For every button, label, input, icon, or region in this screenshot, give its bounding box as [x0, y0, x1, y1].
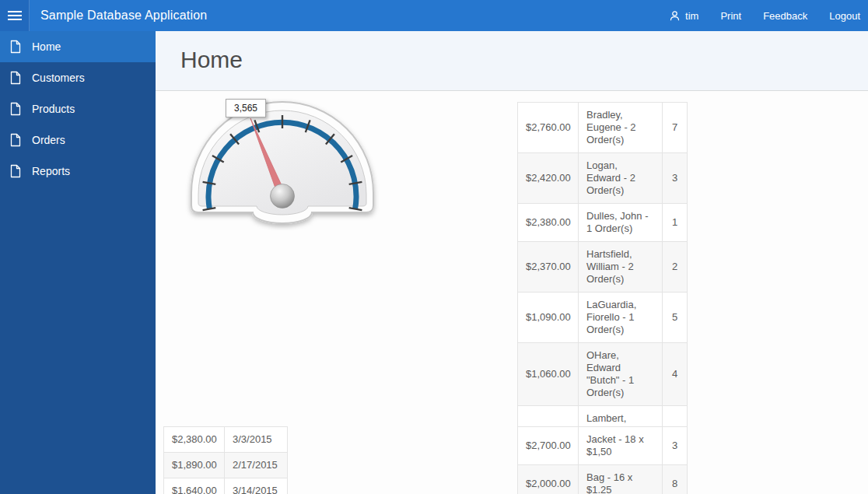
product-link[interactable]: Jacket - 18 x $1,50: [579, 427, 663, 465]
table-row: $2,700.00 Jacket - 18 x $1,50 3: [518, 427, 688, 465]
sidebar-item-label: Reports: [32, 165, 70, 177]
recent-orders-table: $2,380.00 3/3/2015 $1,890.00 2/17/2015 $…: [163, 426, 288, 494]
amount-cell: $2,760.00: [518, 103, 579, 153]
table-row: $2,380.00 3/3/2015: [164, 427, 288, 453]
count-cell: 3: [663, 427, 688, 465]
feedback-link[interactable]: Feedback: [763, 10, 807, 22]
table-row: $1,640.00 3/14/2015: [164, 478, 288, 494]
sidebar-item-reports[interactable]: Reports: [0, 156, 156, 187]
hamburger-icon: [8, 15, 22, 16]
gauge-knob: [271, 184, 295, 208]
gauge-value-label: 3,565: [226, 99, 266, 117]
amount-cell: $2,380.00: [518, 204, 579, 242]
date-cell: 3/3/2015: [225, 427, 288, 453]
count-cell: 2: [663, 242, 688, 293]
page-header-band: Home: [156, 31, 868, 91]
hamburger-menu-button[interactable]: [0, 0, 30, 31]
date-cell: 3/14/2015: [225, 478, 288, 494]
main-content: Home: [156, 31, 868, 494]
amount-cell: $2,370.00: [518, 242, 579, 293]
table-row: $2,760.00 Bradley, Eugene - 2 Order(s) 7: [518, 103, 688, 153]
sidebar-item-customers[interactable]: Customers: [0, 62, 156, 93]
user-name: tim: [685, 10, 698, 22]
user-icon: [669, 10, 681, 22]
count-cell: 5: [663, 293, 688, 343]
table-row: $2,000.00 Bag - 16 x $1.25 8: [518, 465, 688, 494]
amount-cell: $1,640.00: [164, 478, 225, 494]
page-icon: [9, 133, 22, 147]
amount-cell: $1,090.00: [518, 293, 579, 343]
page-icon: [9, 102, 22, 116]
date-cell: 2/17/2015: [225, 453, 288, 478]
sidebar-item-orders[interactable]: Orders: [0, 124, 156, 156]
sidebar-item-label: Home: [32, 40, 61, 53]
table-row: $2,420.00 Logan, Edward - 2 Order(s) 3: [518, 153, 688, 204]
hamburger-icon: [8, 19, 22, 20]
table-row: $2,370.00 Hartsfield, William - 2 Order(…: [518, 242, 688, 293]
user-menu[interactable]: tim: [669, 10, 698, 22]
amount-cell: $2,380.00: [164, 427, 225, 453]
customer-link[interactable]: OHare, Edward "Butch" - 1 Order(s): [579, 343, 663, 406]
table-row: $1,060.00 OHare, Edward "Butch" - 1 Orde…: [518, 343, 688, 406]
sidebar-item-products[interactable]: Products: [0, 93, 156, 124]
top-products-table: $2,700.00 Jacket - 18 x $1,50 3 $2,000.0…: [517, 426, 688, 494]
customer-link[interactable]: Hartsfield, William - 2 Order(s): [579, 242, 663, 293]
table-row: $1,890.00 2/17/2015: [164, 453, 288, 478]
customer-link[interactable]: Logan, Edward - 2 Order(s): [579, 153, 663, 204]
page-icon: [9, 164, 22, 178]
hamburger-icon: [8, 11, 22, 12]
sales-gauge: 3,565: [184, 96, 382, 230]
app-header: Sample Database Application tim Print Fe…: [0, 0, 868, 31]
customer-link[interactable]: Dulles, John - 1 Order(s): [579, 204, 663, 242]
amount-cell: $2,000.00: [518, 465, 579, 494]
table-row: $1,090.00 LaGuardia, Fiorello - 1 Order(…: [518, 293, 688, 343]
count-cell: 7: [663, 103, 688, 153]
count-cell: 4: [663, 343, 688, 406]
print-link[interactable]: Print: [720, 10, 741, 22]
product-link[interactable]: Bag - 16 x $1.25: [579, 465, 663, 494]
table-row: $2,380.00 Dulles, John - 1 Order(s) 1: [518, 204, 688, 242]
sidebar-item-label: Products: [32, 103, 75, 115]
sidebar-item-label: Customers: [32, 72, 85, 84]
amount-cell: $2,700.00: [518, 427, 579, 465]
page-icon: [9, 40, 22, 54]
page-title: Home: [180, 47, 868, 73]
top-customers-table: $2,760.00 Bradley, Eugene - 2 Order(s) 7…: [517, 102, 688, 457]
page-icon: [9, 71, 22, 85]
app-title: Sample Database Application: [40, 9, 207, 23]
amount-cell: $1,890.00: [164, 453, 225, 478]
customer-link[interactable]: Bradley, Eugene - 2 Order(s): [579, 103, 663, 153]
customer-link[interactable]: LaGuardia, Fiorello - 1 Order(s): [579, 293, 663, 343]
count-cell: 8: [663, 465, 688, 494]
sidebar-nav: Home Customers Products Orders: [0, 31, 156, 494]
count-cell: 3: [663, 153, 688, 204]
gauge-chart: [184, 96, 382, 230]
logout-link[interactable]: Logout: [829, 10, 860, 22]
sidebar-item-home[interactable]: Home: [0, 31, 156, 62]
count-cell: 1: [663, 204, 688, 242]
amount-cell: $1,060.00: [518, 343, 579, 406]
app-window: Sample Database Application tim Print Fe…: [0, 0, 868, 494]
amount-cell: $2,420.00: [518, 153, 579, 204]
sidebar-item-label: Orders: [32, 134, 65, 146]
